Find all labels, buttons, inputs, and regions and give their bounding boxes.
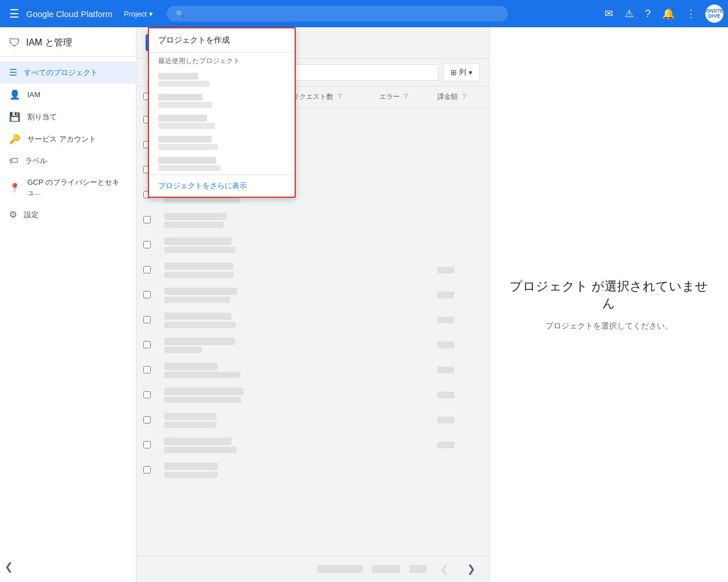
dropdown-project-item-3[interactable] bbox=[149, 132, 295, 153]
project-id-6 bbox=[164, 272, 233, 278]
table-row[interactable] bbox=[136, 308, 489, 333]
page-range bbox=[372, 565, 400, 573]
project-id-11 bbox=[164, 397, 241, 403]
project-name-cell bbox=[164, 338, 279, 353]
dropdown-project-item-2[interactable] bbox=[149, 111, 295, 132]
person-icon: 👤 bbox=[9, 89, 20, 100]
logo-area: Google Cloud Platform bbox=[26, 9, 113, 19]
project-name-10 bbox=[164, 363, 217, 370]
billing-6 bbox=[437, 267, 454, 273]
col-requests: リクエスト数 ? bbox=[286, 86, 372, 108]
notification-icon[interactable]: 🔔 bbox=[657, 3, 679, 24]
project-name-cell bbox=[164, 388, 279, 403]
sidebar-item-label: すべてのプロジェクト bbox=[24, 68, 98, 78]
top-nav: ☰ Google Cloud Platform Project ▾ 🔍 ✉ ⚠ … bbox=[0, 0, 728, 27]
avatar[interactable]: MONSTERDIVE bbox=[705, 5, 723, 23]
project-name-cell bbox=[164, 213, 279, 228]
table-footer: ❮ ❯ bbox=[136, 555, 489, 582]
key-icon: 🔑 bbox=[9, 134, 20, 144]
table-row[interactable] bbox=[136, 208, 489, 233]
project-name-5 bbox=[164, 238, 231, 245]
project-name-9 bbox=[164, 338, 235, 345]
table-row[interactable] bbox=[136, 383, 489, 408]
row-checkbox-5[interactable] bbox=[143, 241, 151, 248]
table-row[interactable] bbox=[136, 283, 489, 308]
billing-12 bbox=[437, 417, 454, 423]
help-icon[interactable]: ? bbox=[640, 3, 655, 24]
shield-icon: 🛡 bbox=[9, 36, 20, 49]
row-checkbox-6[interactable] bbox=[143, 266, 151, 273]
row-checkbox-8[interactable] bbox=[143, 316, 151, 323]
email-icon[interactable]: ✉ bbox=[600, 3, 618, 24]
no-project-subtitle: プロジェクトを選択してください。 bbox=[545, 321, 673, 331]
project-name-cell bbox=[164, 363, 279, 378]
create-project-item[interactable]: プロジェクトを作成 bbox=[149, 28, 295, 52]
nav-icons: ✉ ⚠ ? 🔔 ⋮ MONSTERDIVE bbox=[600, 3, 723, 24]
sidebar-item-service-accounts[interactable]: 🔑 サービス アカウント bbox=[0, 128, 136, 150]
rows-per-page bbox=[317, 565, 363, 573]
project-name-cell bbox=[164, 238, 279, 253]
prev-page-button[interactable]: ❮ bbox=[436, 560, 453, 577]
row-checkbox-4[interactable] bbox=[143, 216, 151, 223]
table-row[interactable] bbox=[136, 333, 489, 358]
table-row[interactable] bbox=[136, 258, 489, 283]
menu-icon[interactable]: ☰ bbox=[5, 2, 24, 25]
project-name-4 bbox=[164, 213, 226, 220]
search-bar: 🔍 bbox=[167, 6, 508, 22]
billing-7 bbox=[437, 292, 454, 298]
table-row[interactable] bbox=[136, 233, 489, 258]
project-selector[interactable]: Project ▾ bbox=[119, 7, 158, 20]
right-panel: プロジェクト が選択されていません プロジェクトを選択してください。 bbox=[489, 27, 728, 582]
dropdown-project-item-0[interactable] bbox=[149, 69, 295, 90]
sidebar-item-iam[interactable]: 👤 IAM bbox=[0, 84, 136, 106]
project-id-4 bbox=[164, 222, 224, 228]
search-input[interactable] bbox=[189, 9, 499, 18]
sidebar-title: IAM と管理 bbox=[26, 37, 72, 49]
billing-8 bbox=[437, 317, 454, 323]
sidebar-item-label: 設定 bbox=[24, 210, 39, 220]
sidebar-item-labels[interactable]: 🏷 ラベル bbox=[0, 150, 136, 172]
requests-help-icon[interactable]: ? bbox=[338, 93, 342, 101]
project-id-13 bbox=[164, 447, 237, 453]
row-checkbox-13[interactable] bbox=[143, 441, 151, 448]
warning-icon[interactable]: ⚠ bbox=[620, 3, 638, 24]
sidebar: 🛡 IAM と管理 ☰ すべてのプロジェクト 👤 IAM 💾 割り当て 🔑 サー… bbox=[0, 27, 136, 582]
project-name-13 bbox=[164, 438, 231, 445]
row-checkbox-9[interactable] bbox=[143, 341, 151, 348]
project-label: Project bbox=[124, 10, 147, 18]
table-row[interactable] bbox=[136, 458, 489, 483]
no-project-title: プロジェクト が選択されていません bbox=[508, 278, 710, 312]
table-row[interactable] bbox=[136, 408, 489, 433]
dropdown-project-item-1[interactable] bbox=[149, 90, 295, 111]
sidebar-item-all-projects[interactable]: ☰ すべてのプロジェクト bbox=[0, 61, 136, 84]
next-page-button[interactable]: ❯ bbox=[462, 560, 480, 577]
row-checkbox-11[interactable] bbox=[143, 391, 151, 398]
billing-11 bbox=[437, 392, 454, 398]
project-name-cell bbox=[164, 263, 279, 278]
dropdown-project-list bbox=[149, 69, 295, 174]
row-checkbox-10[interactable] bbox=[143, 366, 151, 373]
project-name-8 bbox=[164, 313, 231, 320]
project-id-14 bbox=[164, 472, 218, 478]
show-more-projects[interactable]: プロジェクトをさらに表示 bbox=[149, 174, 295, 197]
total-count bbox=[410, 565, 427, 573]
col-billing: 課金額 ? bbox=[431, 86, 489, 108]
sidebar-header: 🛡 IAM と管理 bbox=[0, 27, 136, 57]
sidebar-item-label: サービス アカウント bbox=[27, 134, 96, 144]
billing-help-icon[interactable]: ? bbox=[462, 93, 466, 101]
dropdown-project-item-4[interactable] bbox=[149, 153, 295, 174]
sidebar-item-quota[interactable]: 💾 割り当て bbox=[0, 106, 136, 128]
columns-button[interactable]: ⊞ 列 ▾ bbox=[443, 63, 480, 81]
sidebar-collapse-button[interactable]: ❮ bbox=[5, 560, 13, 573]
row-checkbox-12[interactable] bbox=[143, 416, 151, 423]
sidebar-item-settings[interactable]: ⚙ 設定 bbox=[0, 203, 136, 226]
project-name-12 bbox=[164, 413, 217, 420]
table-row[interactable] bbox=[136, 358, 489, 383]
row-checkbox-14[interactable] bbox=[143, 466, 151, 473]
table-row[interactable] bbox=[136, 433, 489, 458]
create-project-dropdown: プロジェクトを作成 最近使用したプロジェクト プロジェクトをさらに表示 bbox=[148, 27, 296, 198]
row-checkbox-7[interactable] bbox=[143, 291, 151, 298]
sidebar-item-privacy[interactable]: 📍 GCP のプライバシーとセキュ... bbox=[0, 172, 136, 203]
more-icon[interactable]: ⋮ bbox=[681, 3, 701, 24]
errors-help-icon[interactable]: ? bbox=[404, 93, 408, 101]
